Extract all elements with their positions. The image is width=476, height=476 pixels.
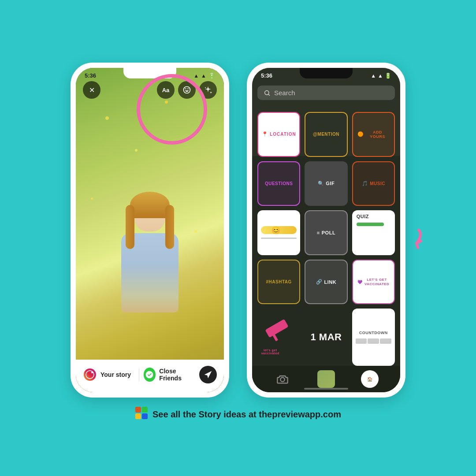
sticker-emoji-slider[interactable]: 😊 bbox=[257, 210, 300, 255]
toolbar-right-buttons: Aa bbox=[157, 81, 217, 99]
sticker-quiz[interactable]: QUIZ bbox=[352, 210, 395, 255]
svg-rect-11 bbox=[142, 413, 148, 419]
gallery-thumbnail[interactable] bbox=[317, 370, 335, 388]
phone-1: 5:36 ▲ ▲ 🔋 ✕ Aa bbox=[71, 63, 229, 398]
text-button[interactable]: Aa bbox=[157, 81, 175, 99]
bottom-icon bbox=[135, 406, 148, 422]
svg-point-6 bbox=[265, 90, 269, 94]
main-content: 5:36 ▲ ▲ 🔋 ✕ Aa bbox=[71, 63, 405, 398]
phone-1-screen: 5:36 ▲ ▲ 🔋 ✕ Aa bbox=[76, 68, 224, 392]
sticker-search-bar[interactable]: Search bbox=[257, 86, 395, 100]
bottom-text-bar: See all the Story ideas at thepreviewapp… bbox=[135, 406, 341, 422]
your-story-icon bbox=[83, 368, 97, 382]
stay-home-sticker-preview[interactable]: 🏠 bbox=[361, 370, 379, 388]
sticker-button[interactable] bbox=[178, 81, 196, 99]
sticker-grid: 📍 LOCATION @MENTION 🟠 ADD YOURS QUESTION… bbox=[257, 112, 395, 366]
notch-1 bbox=[123, 68, 176, 78]
share-bar: Your story Close Friends bbox=[76, 360, 224, 392]
svg-point-1 bbox=[187, 88, 189, 89]
svg-point-3 bbox=[84, 368, 96, 381]
sticker-mention[interactable]: @MENTION bbox=[305, 112, 347, 157]
slider-track: 😊 bbox=[261, 226, 297, 234]
home-indicator-2 bbox=[304, 388, 348, 390]
svg-point-2 bbox=[184, 87, 190, 93]
slider-emoji: 😊 bbox=[271, 226, 281, 234]
quiz-answer-bar bbox=[357, 223, 384, 226]
your-story-option[interactable]: Your story bbox=[83, 368, 134, 382]
sticker-location[interactable]: 📍 LOCATION bbox=[257, 112, 300, 157]
svg-point-7 bbox=[281, 378, 285, 382]
send-button[interactable] bbox=[199, 366, 217, 383]
sticker-vaccinated[interactable]: 💜 LET'S GET VACCINATED bbox=[352, 260, 395, 305]
bottom-text-content: See all the Story ideas at thepreviewapp… bbox=[152, 409, 341, 420]
story-photo-bg bbox=[76, 68, 224, 392]
svg-point-0 bbox=[185, 88, 186, 89]
close-friends-icon bbox=[144, 368, 156, 382]
status-time-2: 5:36 bbox=[261, 72, 272, 79]
sticker-add-yours[interactable]: 🟠 ADD YOURS bbox=[352, 112, 395, 157]
effects-button[interactable] bbox=[199, 81, 217, 99]
sticker-lets-get-vaccinated[interactable]: let's getvaccinated bbox=[257, 309, 300, 366]
countdown-bars bbox=[356, 338, 391, 344]
sticker-questions[interactable]: QUESTIONS bbox=[257, 161, 300, 206]
close-friends-label: Close Friends bbox=[159, 368, 195, 382]
status-icons-2: ▲ ▲ 🔋 bbox=[371, 73, 391, 79]
sticker-music[interactable]: 🎵 MUSIC bbox=[352, 161, 395, 206]
svg-rect-8 bbox=[135, 407, 141, 413]
notch-2 bbox=[300, 68, 353, 78]
sticker-countdown[interactable]: COUNTDOWN bbox=[352, 309, 395, 366]
svg-rect-9 bbox=[142, 407, 148, 413]
share-divider bbox=[139, 368, 139, 381]
close-friends-option[interactable]: Close Friends bbox=[144, 368, 195, 382]
story-toolbar: ✕ Aa bbox=[76, 81, 224, 99]
sticker-hashtag[interactable]: #HASHTAG bbox=[257, 260, 300, 305]
sticker-search-placeholder: Search bbox=[274, 89, 295, 97]
sticker-date[interactable]: 1 MAR bbox=[305, 309, 347, 366]
your-story-label: Your story bbox=[100, 371, 131, 378]
status-icons-1: ▲ ▲ 🔋 bbox=[193, 73, 215, 79]
status-time-1: 5:36 bbox=[85, 72, 96, 79]
svg-point-5 bbox=[91, 372, 93, 373]
phone-2-screen: 5:36 ▲ ▲ 🔋 Search 📍 LOCATION bbox=[252, 68, 400, 392]
sticker-poll[interactable]: ≡ POLL bbox=[305, 210, 347, 255]
date-value: 1 MAR bbox=[311, 331, 342, 343]
sticker-gif[interactable]: 🔍 GIF bbox=[305, 161, 347, 206]
svg-rect-10 bbox=[135, 413, 141, 419]
phone-2: 5:36 ▲ ▲ 🔋 Search 📍 LOCATION bbox=[247, 63, 405, 398]
camera-icon[interactable] bbox=[274, 370, 291, 388]
sticker-link[interactable]: 🔗 LINK bbox=[305, 260, 347, 305]
close-button[interactable]: ✕ bbox=[83, 81, 100, 99]
quiz-label: QUIZ bbox=[357, 214, 369, 219]
